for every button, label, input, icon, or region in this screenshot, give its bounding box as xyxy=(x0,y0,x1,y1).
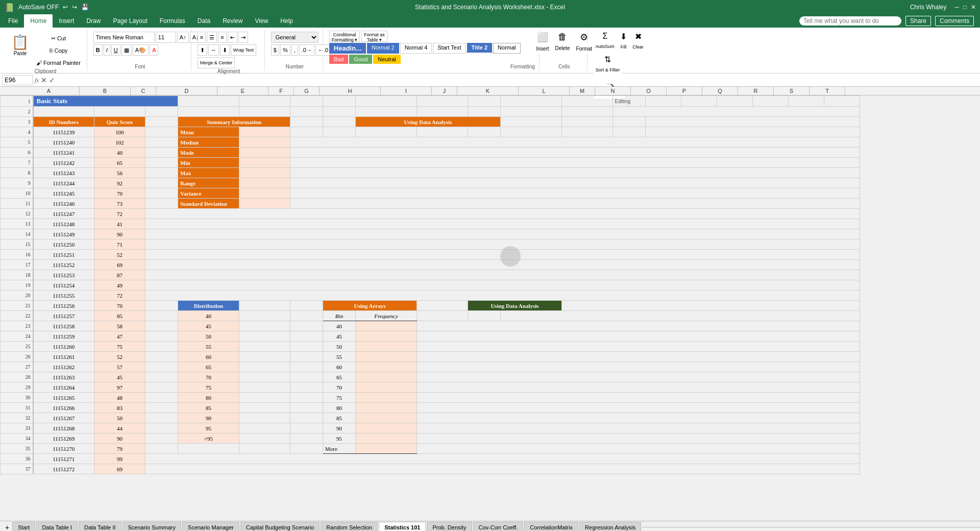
cell-K2[interactable] xyxy=(501,107,562,117)
cell-B32[interactable]: 50 xyxy=(94,413,145,423)
cell-B9[interactable]: 92 xyxy=(94,178,145,188)
format-painter-button[interactable]: 🖌 Format Painter xyxy=(34,57,83,68)
tab-start[interactable]: Start xyxy=(12,522,35,532)
cell-G30[interactable]: 75 xyxy=(323,393,356,403)
cell-B19[interactable]: 49 xyxy=(94,280,145,291)
cell-E25[interactable] xyxy=(239,342,290,352)
wrap-text-btn[interactable]: Wrap Text xyxy=(231,44,256,56)
style-normal4[interactable]: Normal 4 xyxy=(400,43,432,54)
cell-C25[interactable] xyxy=(145,342,178,352)
cell-B12[interactable]: 72 xyxy=(94,209,145,219)
cell-H23[interactable] xyxy=(356,321,417,331)
cell-D26[interactable]: 60 xyxy=(178,352,239,362)
clear-btn[interactable]: Clear xyxy=(630,41,646,53)
increase-font-btn[interactable]: A↑ xyxy=(177,32,189,43)
cell-C9[interactable] xyxy=(145,178,178,188)
tab-view[interactable]: View xyxy=(249,14,275,28)
col-header-D[interactable]: D xyxy=(156,87,217,95)
cell-A2[interactable] xyxy=(33,107,94,117)
cell-J1[interactable] xyxy=(468,96,501,107)
cell-E8[interactable] xyxy=(239,168,290,178)
cell-D31[interactable]: 85 xyxy=(178,403,239,413)
tab-data-table-1[interactable]: Data Table I xyxy=(36,522,78,532)
cell-R1[interactable] xyxy=(789,96,824,107)
cell-D29[interactable]: 75 xyxy=(178,382,239,393)
cell-A5[interactable]: 11151240 xyxy=(33,137,94,148)
search-input[interactable] xyxy=(799,16,901,26)
cell-C33[interactable] xyxy=(145,423,178,433)
cell-E28[interactable] xyxy=(239,372,290,382)
maximize-btn[interactable]: □ xyxy=(963,4,967,11)
cell-C22[interactable] xyxy=(145,311,178,321)
col-header-E[interactable]: E xyxy=(217,87,268,95)
cell-H4[interactable] xyxy=(356,127,417,137)
cell-C21[interactable] xyxy=(145,301,178,311)
cell-E21[interactable] xyxy=(239,301,290,311)
cell-A25[interactable]: 11151260 xyxy=(33,342,94,352)
cell-C23[interactable] xyxy=(145,321,178,331)
cell-A26[interactable]: 11151261 xyxy=(33,352,94,362)
tab-draw[interactable]: Draw xyxy=(80,14,107,28)
cell-E4[interactable] xyxy=(239,127,290,137)
cell-E30[interactable] xyxy=(239,393,290,403)
cell-C3[interactable] xyxy=(145,117,178,127)
cell-F34[interactable] xyxy=(290,433,323,444)
sort-filter-btn[interactable]: Sort & Filter xyxy=(594,64,622,76)
cell-L3[interactable] xyxy=(562,117,613,127)
cell-D1[interactable] xyxy=(178,96,239,107)
col-header-S[interactable]: S xyxy=(774,87,810,95)
cell-D32[interactable]: 90 xyxy=(178,413,239,423)
cell-B13[interactable]: 41 xyxy=(94,219,145,229)
font-name-input[interactable] xyxy=(93,32,155,43)
cell-rest11[interactable] xyxy=(290,199,860,209)
align-bot-btn[interactable]: ⬇ xyxy=(220,44,230,56)
cell-E11[interactable] xyxy=(239,199,290,209)
cell-E22[interactable] xyxy=(239,311,290,321)
cell-I1[interactable] xyxy=(417,96,468,107)
col-header-J[interactable]: J xyxy=(432,87,457,95)
cell-H29[interactable] xyxy=(356,382,417,393)
col-header-F[interactable]: F xyxy=(268,87,294,95)
conditional-formatting-btn[interactable]: ConditionalFormatting ▾ xyxy=(329,31,360,42)
col-header-O[interactable]: O xyxy=(631,87,667,95)
cell-A6[interactable]: 11151241 xyxy=(33,148,94,158)
col-header-L[interactable]: L xyxy=(519,87,570,95)
style-neutral[interactable]: Neutral xyxy=(373,55,400,64)
cell-A28[interactable]: 11151263 xyxy=(33,372,94,382)
insert-btn[interactable]: Insert xyxy=(534,43,551,54)
cell-H35[interactable] xyxy=(356,444,417,454)
cell-B26[interactable]: 52 xyxy=(94,352,145,362)
cell-A12[interactable]: 11151247 xyxy=(33,209,94,219)
cell-D27[interactable]: 65 xyxy=(178,362,239,372)
underline-button[interactable]: U xyxy=(111,44,120,56)
cell-B11[interactable]: 73 xyxy=(94,199,145,209)
decimal-inc-btn[interactable]: .0→ xyxy=(299,44,314,56)
cell-G31[interactable]: 80 xyxy=(323,403,356,413)
cell-N1[interactable] xyxy=(646,96,681,107)
tab-statistics-101[interactable]: Statistics 101 xyxy=(379,522,426,532)
italic-button[interactable]: I xyxy=(104,44,110,56)
cell-A23[interactable]: 11151258 xyxy=(33,321,94,331)
cell-I21[interactable] xyxy=(417,301,468,311)
cell-G24[interactable]: 45 xyxy=(323,331,356,342)
undo-btn[interactable]: ↩ xyxy=(63,4,68,11)
cell-P1[interactable] xyxy=(717,96,753,107)
align-mid-btn[interactable]: ↔ xyxy=(208,44,219,56)
cell-F33[interactable] xyxy=(290,423,323,433)
cell-A35[interactable]: 11151270 xyxy=(33,444,94,454)
tab-regression-analysis[interactable]: Regression Analysis xyxy=(579,522,641,532)
cell-B15[interactable]: 71 xyxy=(94,239,145,250)
cell-C30[interactable] xyxy=(145,393,178,403)
cell-E32[interactable] xyxy=(239,413,290,423)
col-header-P[interactable]: P xyxy=(667,87,702,95)
cell-A16[interactable]: 11151251 xyxy=(33,250,94,260)
cell-D28[interactable]: 70 xyxy=(178,372,239,382)
cell-G32[interactable]: 85 xyxy=(323,413,356,423)
cell-D22[interactable]: 40 xyxy=(178,311,239,321)
cell-H33[interactable] xyxy=(356,423,417,433)
cell-D34[interactable]: >95 xyxy=(178,433,239,444)
align-right-btn[interactable]: ≡ xyxy=(218,32,226,43)
cell-B18[interactable]: 87 xyxy=(94,270,145,280)
cell-G2[interactable] xyxy=(323,107,356,117)
autosum-btn[interactable]: AutoSum xyxy=(594,41,617,52)
